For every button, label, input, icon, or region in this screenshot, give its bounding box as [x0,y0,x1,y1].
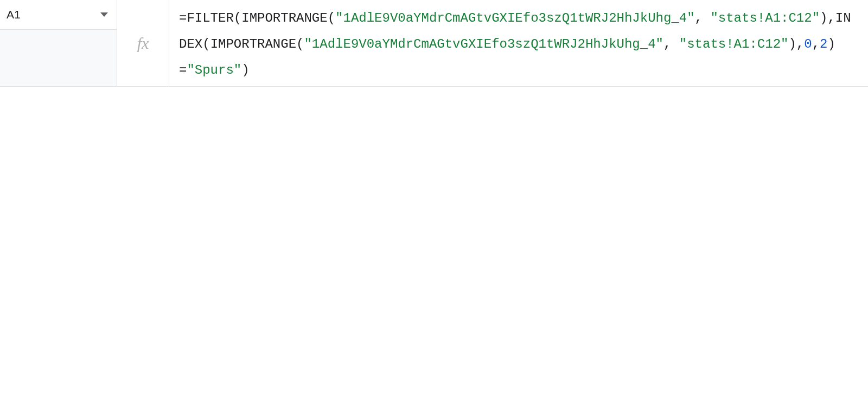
fx-icon: fx [117,0,169,86]
fx-label: fx [137,34,149,53]
formula-bar[interactable]: =FILTER(IMPORTRANGE("1AdlE9V0aYMdrCmAGtv… [169,0,868,86]
namebox-filler [0,30,117,86]
chevron-down-icon[interactable] [100,12,108,17]
name-box[interactable]: A1 [0,0,117,30]
toolbar: A1 fx =FILTER(IMPORTRANGE("1AdlE9V0aYMdr… [0,0,868,87]
formula-text: =FILTER(IMPORTRANGE("1AdlE9V0aYMdrCmAGtv… [179,5,858,83]
name-box-value: A1 [7,8,96,21]
namebox-container: A1 [0,0,117,86]
